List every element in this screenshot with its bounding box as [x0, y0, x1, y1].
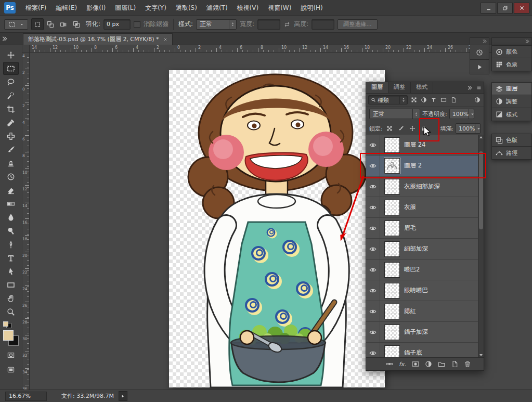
document-tab[interactable]: 部落格測試-03.psd @ 16.7% (圖層 2, CMYK/8) * — [23, 33, 173, 45]
menu-help[interactable]: 說明(H) — [296, 1, 327, 16]
menu-view[interactable]: 檢視(V) — [232, 1, 264, 16]
blur-tool[interactable] — [3, 211, 19, 224]
layer-visibility-eye-icon[interactable] — [366, 176, 380, 197]
layer-thumbnail[interactable] — [384, 241, 400, 257]
move-tool[interactable] — [3, 48, 19, 61]
layer-visibility-eye-icon[interactable] — [366, 343, 380, 358]
status-flyout-button[interactable] — [119, 391, 127, 401]
intersect-selection-icon[interactable] — [70, 18, 83, 30]
subtract-selection-icon[interactable] — [57, 18, 70, 30]
layer-row[interactable]: 鍋子加深 — [366, 322, 484, 343]
layer-thumbnail[interactable] — [384, 283, 400, 299]
adjustment-layer-filter-icon[interactable] — [419, 96, 428, 105]
layers-scrollbar[interactable] — [478, 135, 484, 358]
antialias-checkbox[interactable] — [134, 21, 140, 28]
layer-thumbnail[interactable] — [384, 221, 400, 236]
eraser-tool[interactable] — [3, 184, 19, 197]
history-brush-tool[interactable] — [3, 170, 19, 183]
add-selection-icon[interactable] — [44, 18, 57, 30]
dock-collapse-header[interactable] — [491, 37, 532, 45]
history-panel-icon[interactable] — [470, 45, 489, 60]
blend-mode-dropdown[interactable]: 正常 — [369, 109, 420, 119]
fill-dropdown[interactable]: 100% — [456, 123, 481, 134]
layer-visibility-eye-icon[interactable] — [366, 218, 380, 238]
layer-thumbnail[interactable] — [384, 262, 400, 278]
dock-button-color[interactable]: 顏色 — [491, 45, 532, 58]
lock-image-pixels-icon[interactable] — [396, 124, 406, 133]
menu-select[interactable]: 選取(S) — [171, 1, 202, 16]
menu-layer[interactable]: 圖層(L) — [110, 1, 140, 16]
panel-menu-icon[interactable] — [474, 82, 484, 93]
layer-row[interactable]: 眼睛嘴巴 — [366, 280, 484, 301]
toolbar-collapse-icon[interactable] — [2, 34, 11, 43]
layer-visibility-eye-icon[interactable] — [366, 197, 380, 217]
hand-tool[interactable] — [3, 292, 19, 305]
mini-color-swatches[interactable] — [3, 321, 11, 328]
layer-visibility-eye-icon[interactable] — [366, 322, 380, 342]
layer-group-icon[interactable] — [438, 360, 445, 368]
dodge-tool[interactable] — [3, 224, 19, 237]
opacity-dropdown[interactable]: 100% — [449, 109, 474, 119]
layer-visibility-eye-icon[interactable] — [366, 155, 380, 176]
type-tool[interactable] — [3, 251, 19, 264]
lasso-tool[interactable] — [3, 75, 19, 88]
layer-row[interactable]: 嘴巴2 — [366, 260, 484, 280]
dock-button-adjustments[interactable]: 調整 — [491, 95, 532, 108]
dock-collapse-header[interactable] — [470, 37, 489, 45]
pixel-layer-filter-icon[interactable] — [409, 96, 418, 105]
menu-file[interactable]: 檔案(F) — [21, 1, 51, 16]
panel-collapse-icon[interactable] — [465, 82, 474, 93]
layer-row[interactable]: 圖層 24 — [366, 135, 484, 155]
type-layer-filter-icon[interactable] — [429, 96, 438, 105]
menu-image[interactable]: 影像(I) — [82, 1, 110, 16]
menu-edit[interactable]: 編輯(E) — [51, 1, 82, 16]
panel-tab-2[interactable]: 樣式 — [411, 82, 433, 93]
menu-window[interactable]: 視窗(W) — [263, 1, 296, 16]
adjustment-layer-icon[interactable] — [425, 360, 432, 368]
clone-stamp-tool[interactable] — [3, 157, 19, 170]
quick-selection-tool[interactable] — [3, 89, 19, 102]
layer-row[interactable]: 圖層 2 — [366, 155, 484, 176]
healing-brush-tool[interactable] — [3, 129, 19, 142]
layer-row[interactable]: 衣服 — [366, 197, 484, 218]
new-layer-icon[interactable] — [451, 360, 458, 368]
screen-mode-button[interactable] — [4, 364, 18, 375]
layer-row[interactable]: 眉毛 — [366, 218, 484, 239]
layer-thumbnail[interactable] — [384, 137, 400, 153]
zoom-tool[interactable] — [3, 305, 19, 318]
panel-tab-1[interactable]: 調整 — [388, 82, 411, 93]
smart-object-filter-icon[interactable] — [449, 96, 458, 105]
panel-tab-0[interactable]: 圖層 — [366, 82, 388, 93]
style-dropdown[interactable]: 正常 — [196, 19, 237, 30]
new-selection-icon[interactable] — [31, 18, 44, 30]
tab-close-icon[interactable] — [163, 37, 167, 42]
layer-row[interactable]: 衣服細部加深 — [366, 176, 484, 197]
tool-preset-picker[interactable] — [4, 19, 28, 30]
layer-visibility-eye-icon[interactable] — [366, 260, 380, 280]
layer-visibility-eye-icon[interactable] — [366, 280, 380, 301]
menu-type[interactable]: 文字(Y) — [140, 1, 171, 16]
shape-layer-filter-icon[interactable] — [439, 96, 448, 105]
scroll-up-icon[interactable] — [478, 135, 484, 140]
layer-thumbnail[interactable] — [384, 325, 400, 340]
path-selection-tool[interactable] — [3, 265, 19, 278]
lock-transparency-icon[interactable] — [385, 124, 394, 133]
pen-tool[interactable] — [3, 238, 19, 251]
layer-thumbnail[interactable] — [384, 345, 400, 358]
layer-mask-icon[interactable] — [412, 360, 419, 368]
delete-layer-icon[interactable] — [464, 360, 471, 368]
height-input[interactable] — [312, 19, 334, 30]
layer-thumbnail[interactable] — [384, 158, 400, 174]
scrollbar-thumb[interactable] — [479, 151, 483, 229]
rectangle-tool[interactable] — [3, 278, 19, 291]
layer-thumbnail[interactable] — [384, 179, 400, 194]
layer-thumbnail[interactable] — [384, 304, 400, 319]
crop-tool[interactable] — [3, 102, 19, 115]
restore-button[interactable] — [497, 3, 513, 14]
actions-panel-icon[interactable] — [470, 60, 489, 74]
filter-toggle-icon[interactable] — [473, 96, 482, 105]
minimize-button[interactable] — [481, 3, 496, 14]
close-button[interactable] — [514, 3, 529, 14]
refine-edge-button[interactable]: 調整邊緣... — [338, 19, 378, 30]
dock-button-channels[interactable]: 色版 — [491, 134, 532, 147]
